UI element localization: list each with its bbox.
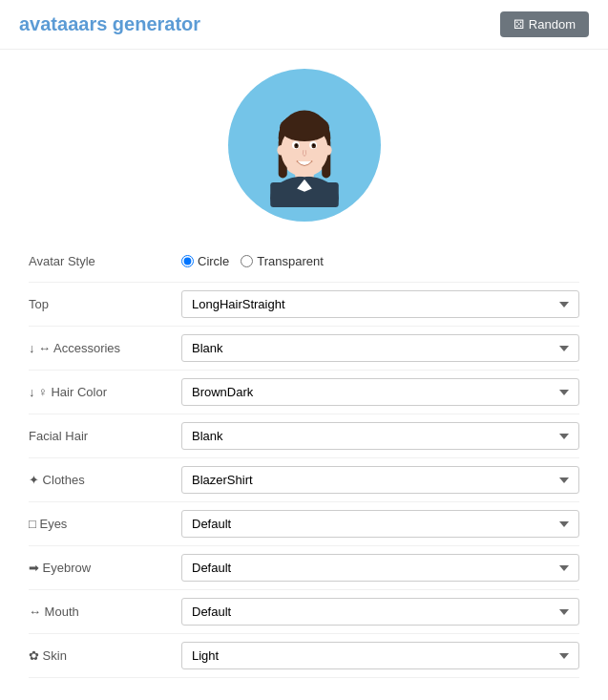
app-title: avataaars generator bbox=[19, 13, 200, 35]
hairColor-select[interactable]: AuburnBlackBlondeBlondeGoldenBrownBrownD… bbox=[181, 378, 579, 406]
avatar-circle bbox=[228, 69, 381, 222]
facialHair-row: Facial HairBlankBeardMediumBeardLightBea… bbox=[29, 414, 579, 458]
top-label: Top bbox=[29, 297, 181, 311]
clothes-select[interactable]: BlazerShirtBlazerSweaterCollarSweaterGra… bbox=[181, 466, 579, 494]
top-control-wrap: LongHairStraightShortHairShortFlatNoHair… bbox=[181, 290, 579, 318]
mouth-control-wrap: DefaultConcernedDisbeliefEatingGrimaceSa… bbox=[181, 598, 579, 626]
avatar-preview-container bbox=[0, 50, 608, 231]
avatar-style-transparent-radio[interactable] bbox=[241, 255, 253, 267]
hairColor-label: ↓ ♀ Hair Color bbox=[29, 385, 181, 399]
eyebrow-row: ➡ EyebrowDefaultAngryAngryNaturalDefault… bbox=[29, 546, 579, 590]
avatar-style-row: Avatar Style Circle Transparent bbox=[29, 241, 579, 283]
clothes-control-wrap: BlazerShirtBlazerSweaterCollarSweaterGra… bbox=[181, 466, 579, 494]
avatar-style-circle-label[interactable]: Circle bbox=[181, 254, 229, 268]
top-select[interactable]: LongHairStraightShortHairShortFlatNoHair… bbox=[181, 290, 579, 318]
eyebrow-control-wrap: DefaultAngryAngryNaturalDefaultDefaultNa… bbox=[181, 554, 579, 582]
skin-control-wrap: TannedYellowPaleLightBrownDarkBrownBlack bbox=[181, 642, 579, 669]
hairColor-control-wrap: AuburnBlackBlondeBlondeGoldenBrownBrownD… bbox=[181, 378, 579, 406]
clothes-row: ✦ ClothesBlazerShirtBlazerSweaterCollarS… bbox=[29, 458, 579, 502]
random-button[interactable]: ⚄ Random bbox=[500, 11, 589, 37]
mouth-row: ↔ MouthDefaultConcernedDisbeliefEatingGr… bbox=[29, 590, 579, 634]
svg-point-17 bbox=[312, 144, 314, 146]
hairColor-row: ↓ ♀ Hair ColorAuburnBlackBlondeBlondeGol… bbox=[29, 371, 579, 414]
svg-point-9 bbox=[280, 115, 329, 142]
dynamic-rows: TopLongHairStraightShortHairShortFlatNoH… bbox=[29, 283, 579, 678]
form-section: Avatar Style Circle Transparent TopLongH… bbox=[0, 231, 608, 697]
svg-point-16 bbox=[295, 144, 297, 146]
facialHair-control-wrap: BlankBeardMediumBeardLightBeardMagesticM… bbox=[181, 422, 579, 450]
avatar-svg bbox=[242, 83, 367, 207]
eyebrow-select[interactable]: DefaultAngryAngryNaturalDefaultDefaultNa… bbox=[181, 554, 579, 582]
eyes-label: □ Eyes bbox=[29, 517, 181, 531]
facialHair-label: Facial Hair bbox=[29, 429, 181, 443]
skin-label: ✿ Skin bbox=[29, 648, 181, 663]
eyes-row: □ EyesDefaultCloseCryDizzyEyeRollHappyHe… bbox=[29, 502, 579, 546]
clothes-label: ✦ Clothes bbox=[29, 473, 181, 487]
avatar-style-label: Avatar Style bbox=[29, 254, 181, 268]
svg-point-11 bbox=[324, 145, 331, 155]
mouth-label: ↔ Mouth bbox=[29, 605, 181, 619]
accessories-label: ↓ ↔ Accessories bbox=[29, 341, 181, 355]
svg-point-10 bbox=[277, 145, 284, 155]
accessories-row: ↓ ↔ AccessoriesBlankKurtPrescription01Pr… bbox=[29, 327, 579, 371]
random-icon: ⚄ bbox=[514, 17, 524, 32]
top-row: TopLongHairStraightShortHairShortFlatNoH… bbox=[29, 283, 579, 327]
accessories-control-wrap: BlankKurtPrescription01Prescription02Rou… bbox=[181, 334, 579, 362]
accessories-select[interactable]: BlankKurtPrescription01Prescription02Rou… bbox=[181, 334, 579, 362]
skin-select[interactable]: TannedYellowPaleLightBrownDarkBrownBlack bbox=[181, 642, 579, 669]
facialHair-select[interactable]: BlankBeardMediumBeardLightBeardMagesticM… bbox=[181, 422, 579, 450]
skin-row: ✿ SkinTannedYellowPaleLightBrownDarkBrow… bbox=[29, 634, 579, 678]
header: avataaars generator ⚄ Random bbox=[0, 0, 608, 50]
avatar-style-transparent-label[interactable]: Transparent bbox=[241, 254, 324, 268]
mouth-select[interactable]: DefaultConcernedDisbeliefEatingGrimaceSa… bbox=[181, 598, 579, 626]
avatar-style-circle-radio[interactable] bbox=[181, 255, 194, 267]
avatar-style-control: Circle Transparent bbox=[181, 254, 579, 268]
eyebrow-label: ➡ Eyebrow bbox=[29, 561, 181, 575]
eyes-select[interactable]: DefaultCloseCryDizzyEyeRollHappyHeartsSi… bbox=[181, 510, 579, 538]
eyes-control-wrap: DefaultCloseCryDizzyEyeRollHappyHeartsSi… bbox=[181, 510, 579, 538]
